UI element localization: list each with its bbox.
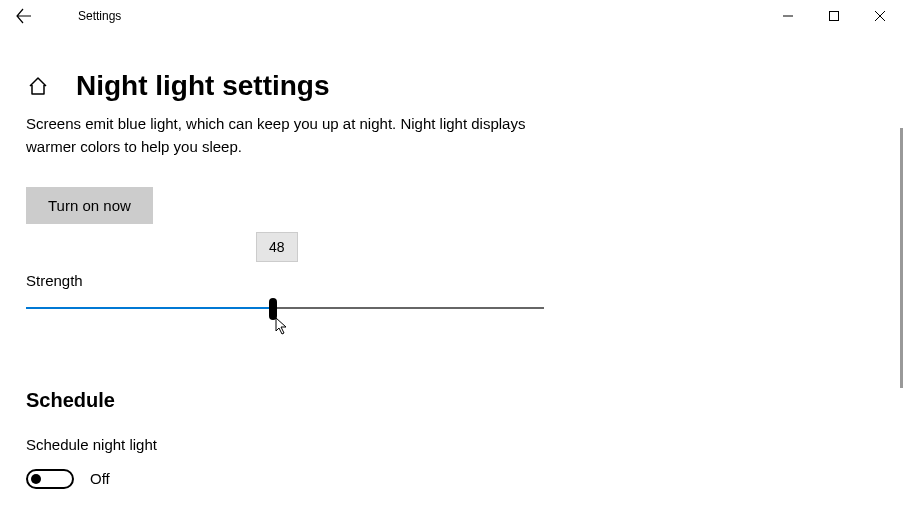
- slider-value-tooltip: 48: [256, 232, 298, 262]
- schedule-toggle-state: Off: [90, 470, 110, 487]
- close-button[interactable]: [857, 0, 903, 32]
- turn-on-button[interactable]: Turn on now: [26, 187, 153, 224]
- strength-section: 48 Strength: [26, 272, 544, 309]
- window-title: Settings: [78, 9, 121, 23]
- minimize-icon: [783, 11, 793, 21]
- strength-label: Strength: [26, 272, 544, 289]
- schedule-toggle-row: Off: [26, 469, 877, 489]
- close-icon: [875, 11, 885, 21]
- toggle-knob: [31, 474, 41, 484]
- titlebar: Settings: [0, 0, 903, 32]
- content-area: Night light settings Screens emit blue l…: [0, 32, 903, 513]
- cursor-icon: [275, 317, 289, 335]
- schedule-heading: Schedule: [26, 389, 877, 412]
- schedule-toggle-label: Schedule night light: [26, 436, 877, 453]
- home-icon[interactable]: [26, 74, 50, 98]
- maximize-button[interactable]: [811, 0, 857, 32]
- back-arrow-icon: [16, 8, 32, 24]
- slider-thumb[interactable]: [269, 298, 277, 320]
- schedule-toggle[interactable]: [26, 469, 74, 489]
- maximize-icon: [829, 11, 839, 21]
- page-title: Night light settings: [76, 70, 330, 102]
- back-button[interactable]: [0, 0, 48, 32]
- minimize-button[interactable]: [765, 0, 811, 32]
- strength-slider[interactable]: [26, 307, 544, 309]
- slider-fill: [26, 307, 274, 309]
- svg-rect-1: [830, 12, 839, 21]
- page-description: Screens emit blue light, which can keep …: [26, 112, 566, 159]
- window-controls: [765, 0, 903, 32]
- page-header: Night light settings: [26, 70, 877, 102]
